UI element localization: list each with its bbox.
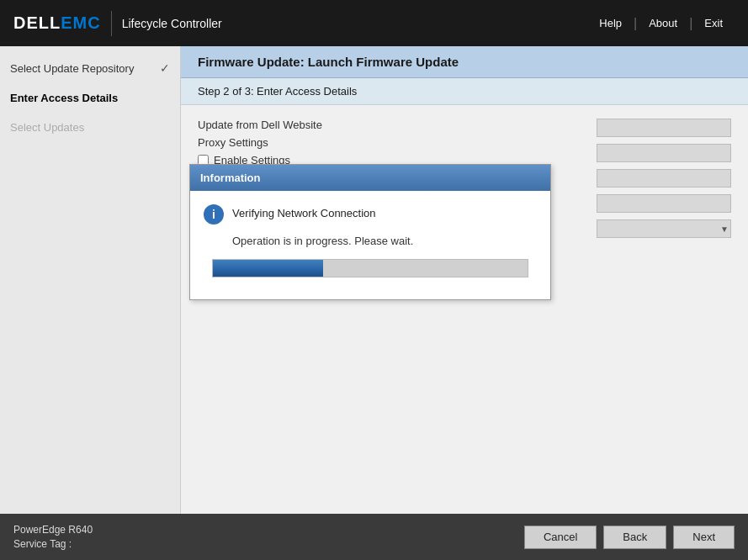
service-tag-row: Service Tag : (13, 537, 524, 552)
sidebar-item-enter-access-details[interactable]: Enter Access Details (0, 83, 180, 113)
next-button[interactable]: Next (673, 526, 735, 549)
info-icon: i (204, 204, 224, 225)
main-layout: Select Update Repository ✓ Enter Access … (0, 46, 748, 514)
footer-info: PowerEdge R640 Service Tag : (13, 523, 524, 552)
progress-bar-fill (213, 260, 323, 277)
exit-link[interactable]: Exit (692, 17, 735, 29)
sidebar: Select Update Repository ✓ Enter Access … (0, 46, 181, 514)
sidebar-item-label: Enter Access Details (10, 92, 118, 104)
field-1[interactable] (597, 119, 731, 137)
checkmark-icon: ✓ (160, 61, 170, 75)
back-button[interactable]: Back (603, 526, 666, 549)
dell-text: DELLEMC (13, 13, 101, 33)
header: DELLEMC Lifecycle Controller Help | Abou… (0, 0, 748, 46)
footer: PowerEdge R640 Service Tag : Cancel Back… (0, 514, 748, 560)
header-divider (111, 11, 112, 36)
info-dialog-body: i Verifying Network Connection Operation… (190, 191, 550, 299)
service-tag-label: Service Tag : (13, 538, 72, 550)
app-name: Lifecycle Controller (122, 17, 222, 30)
verifying-text: Verifying Network Connection (232, 204, 376, 219)
content-area: Firmware Update: Launch Firmware Update … (181, 46, 748, 514)
dropdown-field[interactable]: ▼ (597, 219, 731, 238)
content-step: Step 2 of 3: Enter Access Details (181, 78, 748, 105)
sidebar-item-label: Select Updates (10, 121, 84, 134)
info-dialog-title: Information (190, 165, 550, 191)
content-title: Firmware Update: Launch Firmware Update (181, 46, 748, 78)
content-body: Update from Dell Website Proxy Settings … (181, 105, 748, 514)
about-link[interactable]: About (637, 17, 689, 29)
progress-bar-container (212, 259, 528, 277)
dell-logo: DELLEMC (13, 13, 101, 33)
info-dialog: Information i Verifying Network Connecti… (189, 164, 551, 300)
header-nav: Help | About | Exit (587, 16, 735, 31)
cancel-button[interactable]: Cancel (524, 526, 597, 549)
field-4[interactable] (597, 194, 731, 213)
help-link[interactable]: Help (587, 17, 634, 29)
sidebar-item-select-update-repository[interactable]: Select Update Repository ✓ (0, 53, 180, 83)
model-label: PowerEdge R640 (13, 523, 524, 537)
operation-text: Operation is in progress. Please wait. (232, 235, 537, 247)
footer-buttons: Cancel Back Next (524, 526, 735, 549)
sidebar-item-select-updates: Select Updates (0, 113, 180, 142)
dropdown-arrow-icon: ▼ (720, 225, 729, 234)
info-verifying-row: i Verifying Network Connection (204, 204, 537, 225)
input-fields-panel: ▼ (597, 119, 731, 238)
field-2[interactable] (597, 144, 731, 162)
field-3[interactable] (597, 169, 731, 188)
sidebar-item-label: Select Update Repository (10, 62, 134, 75)
